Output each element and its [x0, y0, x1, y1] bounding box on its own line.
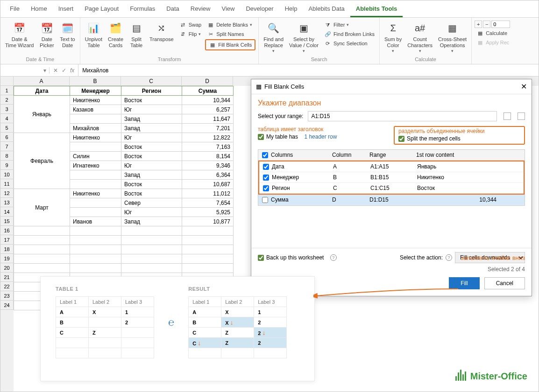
- name-box[interactable]: ▾: [0, 67, 50, 74]
- dialog-heading: Укажите диапазон: [258, 99, 525, 107]
- backup-checkbox[interactable]: Back up this worksheet ?: [258, 254, 337, 261]
- select-all-columns[interactable]: [262, 152, 268, 158]
- cancel-button[interactable]: Cancel: [484, 277, 525, 289]
- dialog-close-icon[interactable]: ✕: [521, 82, 527, 91]
- sync-selection-button[interactable]: ⟳Sync Selection: [322, 39, 376, 48]
- group-calculate-label: Calculate: [383, 56, 468, 63]
- arrow-down-icon: ↓: [198, 339, 201, 347]
- header-manager[interactable]: Менеджер: [70, 86, 121, 96]
- tab-file[interactable]: File: [4, 2, 25, 17]
- help-icon[interactable]: ?: [330, 254, 337, 261]
- selected-count: Selected 2 of 4: [258, 266, 525, 273]
- fx-icon[interactable]: fx: [70, 67, 74, 74]
- row-header[interactable]: 15: [0, 217, 14, 226]
- row-header[interactable]: 14: [0, 207, 14, 217]
- accept-formula-icon[interactable]: ✓: [62, 67, 66, 74]
- unpivot-table-button[interactable]: 📊Unpivot Table: [83, 20, 104, 49]
- flip-button[interactable]: ⇵Flip: [177, 30, 204, 38]
- tab-formulas[interactable]: Formulas: [124, 2, 161, 17]
- header-region[interactable]: Регион: [121, 86, 182, 96]
- help-icon[interactable]: ?: [446, 254, 452, 261]
- date-time-wizard-button[interactable]: 📅Date & Time Wizard: [3, 20, 35, 49]
- row-header[interactable]: 22: [0, 282, 14, 291]
- example-table-1: Label 1Label 2Label 3 AX1 B2 CZ: [56, 296, 154, 358]
- select-range-icon[interactable]: [504, 112, 511, 120]
- row-header[interactable]: 2: [0, 95, 14, 105]
- select-color-icon: ▣: [297, 21, 312, 35]
- apply-icon: ▦: [476, 39, 484, 46]
- text-to-date-button[interactable]: 🗓️Text to Date: [58, 20, 77, 49]
- column-row[interactable]: СуммаDD1:D1510,344: [258, 195, 525, 205]
- tab-page-layout[interactable]: Page Layout: [79, 2, 124, 17]
- example-table-result: Label 1Label 2Label 3 AX1 BX ↓2 CZ2 ↓ C …: [188, 296, 287, 358]
- spinner-minus[interactable]: −: [483, 21, 490, 28]
- select-by-value-button[interactable]: ▣Select by Value / Color: [287, 20, 320, 55]
- tab-insert[interactable]: Insert: [53, 2, 79, 17]
- tab-view[interactable]: View: [216, 2, 240, 17]
- row-header[interactable]: 18: [0, 245, 14, 254]
- row-header[interactable]: 3: [0, 105, 14, 114]
- delete-blanks-button[interactable]: ▦Delete Blanks: [205, 21, 255, 29]
- sum-by-color-button[interactable]: ΣSum by Color: [383, 20, 404, 55]
- row-header[interactable]: 5: [0, 123, 14, 133]
- header-row-link[interactable]: 1 header row: [304, 133, 337, 140]
- date-picker-button[interactable]: 📆Date Picker: [37, 20, 56, 49]
- tab-ablebits-tools[interactable]: Ablebits Tools: [350, 2, 403, 17]
- tab-data[interactable]: Data: [161, 2, 184, 17]
- range-input[interactable]: [308, 111, 497, 121]
- row-header[interactable]: 12: [0, 189, 14, 198]
- calculate-button[interactable]: ▦Calculate: [475, 29, 511, 37]
- row-header[interactable]: 23: [0, 291, 14, 301]
- split-table-button[interactable]: ▤Split Table: [127, 20, 146, 49]
- tab-ablebits-data[interactable]: Ablebits Data: [303, 2, 350, 17]
- table1-title: TABLE 1: [56, 286, 154, 292]
- expand-range-icon[interactable]: [518, 112, 525, 120]
- cross-sheet-button[interactable]: ▦Cross-Sheet Operations: [436, 20, 468, 55]
- spinner-value[interactable]: [491, 21, 510, 28]
- row-header[interactable]: 10: [0, 170, 14, 179]
- group-search-label: Search: [262, 56, 376, 63]
- text-date-icon: 🗓️: [60, 21, 75, 35]
- count-characters-button[interactable]: a#Count Characters: [405, 20, 434, 55]
- create-cards-button[interactable]: 🗂️Create Cards: [106, 20, 125, 49]
- row-header[interactable]: 8: [0, 151, 14, 161]
- header-date[interactable]: Дата: [14, 86, 70, 96]
- row-header[interactable]: 1: [0, 86, 14, 95]
- column-row[interactable]: МенеджерBB1:B15Никитенко: [259, 172, 524, 183]
- row-header[interactable]: 21: [0, 273, 14, 282]
- arrow-down-icon: ↓: [262, 329, 265, 336]
- row-header[interactable]: 16: [0, 226, 14, 235]
- row-header[interactable]: 24: [0, 301, 14, 310]
- row-header[interactable]: 17: [0, 235, 14, 245]
- tab-developer[interactable]: Developer: [240, 2, 279, 17]
- row-header[interactable]: 20: [0, 263, 14, 273]
- split-icon: ▤: [129, 21, 144, 35]
- spinner-plus[interactable]: +: [475, 21, 482, 28]
- split-merged-checkbox[interactable]: Split the merged cells: [398, 135, 520, 142]
- row-header[interactable]: 6: [0, 133, 14, 142]
- split-names-button[interactable]: ✂Split Names: [205, 30, 255, 38]
- formula-input[interactable]: Михайлов: [78, 67, 539, 74]
- find-broken-links-button[interactable]: 🔗Find Broken Links: [322, 30, 376, 38]
- row-header[interactable]: 4: [0, 114, 14, 123]
- transpose-button[interactable]: ⤭Transpose: [148, 20, 176, 43]
- fill-blank-cells-button[interactable]: ▦Fill Blank Cells: [205, 39, 255, 50]
- row-header[interactable]: 19: [0, 254, 14, 263]
- filter-button[interactable]: ⧩Filter: [322, 21, 376, 29]
- row-header[interactable]: 9: [0, 161, 14, 170]
- column-row[interactable]: ДатаAA1:A15Январь: [259, 161, 524, 172]
- tab-review[interactable]: Review: [185, 2, 216, 17]
- cancel-formula-icon[interactable]: ✕: [53, 67, 58, 74]
- column-row[interactable]: РегионCC1:C15Восток: [259, 183, 524, 194]
- dialog-icon: ▦: [256, 83, 262, 90]
- row-header[interactable]: 13: [0, 198, 14, 207]
- swap-button[interactable]: ⇄Swap: [177, 21, 204, 29]
- tab-home[interactable]: Home: [25, 2, 53, 17]
- header-row-checkbox[interactable]: My table has 1 header row: [258, 133, 380, 140]
- tab-help[interactable]: Help: [279, 2, 303, 17]
- find-replace-button[interactable]: 🔍Find and Replace: [262, 20, 285, 55]
- row-header[interactable]: 11: [0, 179, 14, 189]
- fill-blank-icon: ▦: [209, 41, 216, 49]
- header-sum[interactable]: Сумма: [182, 86, 234, 96]
- row-header[interactable]: 7: [0, 142, 14, 151]
